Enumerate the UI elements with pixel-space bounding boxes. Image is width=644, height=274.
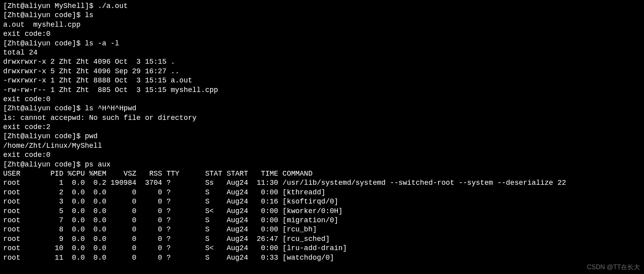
terminal-line: /home/Zht/Linux/MyShell xyxy=(3,141,641,151)
terminal-line: root 7 0.0 0.0 0 0 ? S Aug24 0:00 [migra… xyxy=(3,216,641,225)
terminal-line: root 1 0.0 0.2 190984 3704 ? Ss Aug24 11… xyxy=(3,178,641,188)
terminal-line: [Zht@aliyun code]$ ls -a -l xyxy=(3,39,641,48)
terminal-line: ls: cannot accepwd: No such file or dire… xyxy=(3,114,641,123)
terminal-line: exit code:0 xyxy=(3,29,641,39)
terminal-line: [Zht@aliyun MyShell]$ ./a.out xyxy=(3,2,641,11)
terminal-line: exit code:0 xyxy=(3,95,641,104)
terminal-line: exit code:0 xyxy=(3,151,641,160)
terminal-line: root 2 0.0 0.0 0 0 ? S Aug24 0:00 [kthre… xyxy=(3,188,641,197)
terminal-line: root 11 0.0 0.0 0 0 ? S Aug24 0:33 [watc… xyxy=(3,253,641,262)
terminal-line: drwxrwxr-x 5 Zht Zht 4096 Sep 29 16:27 .… xyxy=(3,67,641,76)
terminal-line: [Zht@aliyun code]$ pwd xyxy=(3,132,641,141)
terminal-line: a.out myshell.cpp xyxy=(3,20,641,29)
terminal-line: -rw-rw-r-- 1 Zht Zht 885 Oct 3 15:15 mys… xyxy=(3,86,641,95)
terminal-line: drwxrwxr-x 2 Zht Zht 4096 Oct 3 15:15 . xyxy=(3,57,641,67)
terminal-line: root 3 0.0 0.0 0 0 ? S Aug24 0:16 [ksoft… xyxy=(3,197,641,206)
terminal-line: root 9 0.0 0.0 0 0 ? S Aug24 26:47 [rcu_… xyxy=(3,235,641,244)
terminal-line: USER PID %CPU %MEM VSZ RSS TTY STAT STAR… xyxy=(3,169,641,178)
terminal-line: [Zht@aliyun code]$ ps aux xyxy=(3,160,641,169)
terminal-line: -rwxrwxr-x 1 Zht Zht 8888 Oct 3 15:15 a.… xyxy=(3,76,641,85)
terminal-line: total 24 xyxy=(3,48,641,57)
terminal-line: root 8 0.0 0.0 0 0 ? S Aug24 0:00 [rcu_b… xyxy=(3,225,641,234)
terminal-line: [Zht@aliyun code]$ ls ^H^H^Hpwd xyxy=(3,104,641,113)
terminal-line: [Zht@aliyun code]$ ls xyxy=(3,11,641,20)
terminal-line: root 5 0.0 0.0 0 0 ? S< Aug24 0:00 [kwor… xyxy=(3,207,641,216)
terminal-line: root 10 0.0 0.0 0 0 ? S< Aug24 0:00 [lru… xyxy=(3,244,641,253)
terminal-output[interactable]: [Zht@aliyun MyShell]$ ./a.out[Zht@aliyun… xyxy=(0,0,644,264)
watermark: CSDN @TT在长大 xyxy=(587,263,640,272)
terminal-line: exit code:2 xyxy=(3,123,641,132)
